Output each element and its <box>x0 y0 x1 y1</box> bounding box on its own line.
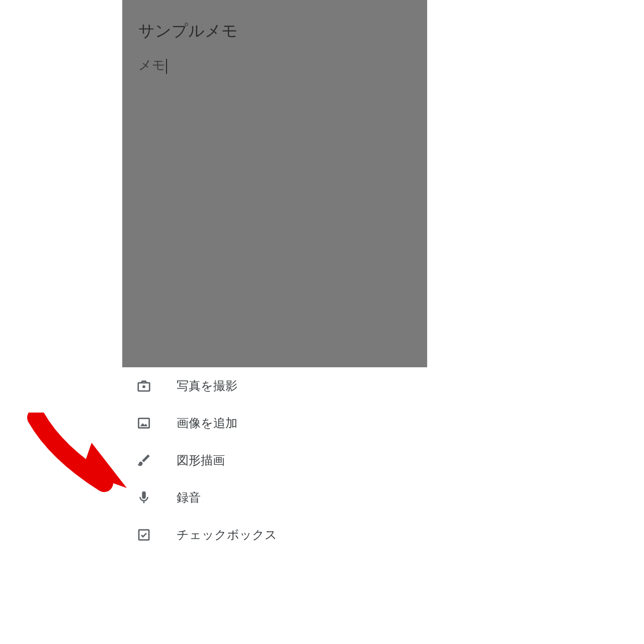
note-title[interactable]: サンプルメモ <box>138 20 411 42</box>
menu-label-add-image: 画像を追加 <box>177 415 237 431</box>
menu-item-take-photo[interactable]: 写真を撮影 <box>122 367 427 405</box>
menu-item-add-image[interactable]: 画像を追加 <box>122 405 427 442</box>
image-icon <box>136 416 167 431</box>
menu-item-checkbox[interactable]: チェックボックス <box>122 516 427 553</box>
note-body-line[interactable]: メモ <box>138 56 411 76</box>
svg-rect-2 <box>138 419 149 428</box>
menu-item-drawing[interactable]: 図形描画 <box>122 442 427 479</box>
text-cursor <box>166 59 167 74</box>
note-body-text[interactable]: メモ <box>138 56 166 74</box>
add-menu-sheet: 写真を撮影 画像を追加 図形描画 <box>122 367 427 553</box>
camera-icon <box>136 378 167 393</box>
mic-icon <box>136 490 167 505</box>
menu-label-drawing: 図形描画 <box>177 452 225 468</box>
menu-label-checkbox: チェックボックス <box>177 527 277 543</box>
app-frame: サンプルメモ メモ 写真を撮影 画像を追加 <box>122 0 427 644</box>
menu-label-recording: 録音 <box>177 490 201 506</box>
checkbox-icon <box>136 527 167 542</box>
menu-item-recording[interactable]: 録音 <box>122 479 427 516</box>
note-editor-area[interactable]: サンプルメモ メモ <box>122 0 427 367</box>
annotation-arrow <box>26 413 132 500</box>
brush-icon <box>136 453 167 468</box>
svg-point-1 <box>142 385 145 388</box>
menu-label-take-photo: 写真を撮影 <box>177 378 237 394</box>
